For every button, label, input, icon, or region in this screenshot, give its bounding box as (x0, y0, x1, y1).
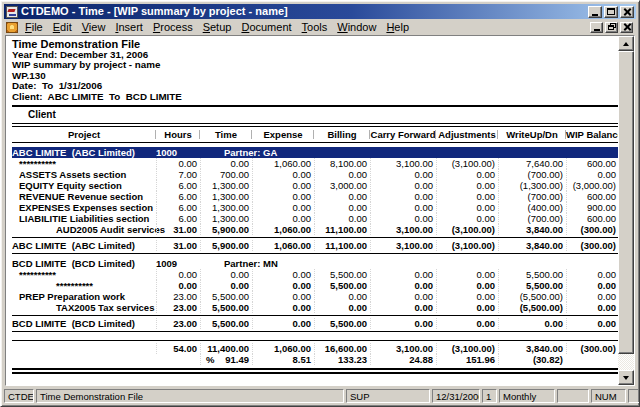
report-viewport: Time Demonstration File Year End: Decemb… (5, 35, 635, 386)
minimize-icon (594, 29, 600, 31)
window-title: CTDEMO - Time - [WIP summary by project … (21, 5, 588, 18)
cell: 0.00 (370, 202, 436, 213)
status-panel-0: CTDEMO (4, 389, 34, 403)
menu-view[interactable]: View (77, 21, 111, 34)
cell: 0.00 (252, 202, 314, 213)
close-icon (623, 23, 631, 31)
group-label: Client (12, 109, 618, 120)
document-window-icon[interactable] (6, 22, 18, 33)
divider-line (12, 237, 618, 238)
menu-edit[interactable]: Edit (48, 21, 77, 34)
client-header-row[interactable]: ABC LIMITE (ABC Limited)1000Partner: GA (12, 147, 618, 158)
cell: (5,500.00) (498, 302, 566, 313)
report-row[interactable]: EXPENSES Expenses section6.001,300.000.0… (12, 202, 618, 213)
cell: 11,100.00 (314, 224, 370, 235)
cell: 0.00 (370, 269, 436, 280)
maximize-button[interactable] (604, 6, 618, 18)
report-row[interactable]: EQUITY Equity section6.001,300.000.003,0… (12, 180, 618, 191)
report-row[interactable]: TAX2005 Tax services23.005,500.000.000.0… (12, 302, 618, 313)
client-header-row[interactable]: BCD LIMITE (BCD Limited)1009Partner: MN (12, 258, 618, 269)
minimize-button[interactable] (588, 6, 602, 18)
cell: (3,100.00) (436, 158, 498, 169)
cell: 5,500.00 (200, 291, 252, 302)
percent-symbol: % (206, 354, 214, 365)
cell: 600.00 (566, 191, 618, 202)
child-minimize-button[interactable] (590, 22, 603, 33)
report-row[interactable]: PREP Preparation work23.005,500.000.000.… (12, 291, 618, 302)
cell: 133.23 (314, 354, 370, 365)
cell: 6.00 (156, 180, 200, 191)
app-window: CTDEMO - Time - [WIP summary by project … (0, 0, 640, 407)
cell: 8,100.00 (314, 158, 370, 169)
menu-window[interactable]: Window (332, 21, 381, 34)
cell: 0.00 (314, 213, 370, 224)
cell: 0.00 (314, 291, 370, 302)
cell: 5,900.00 (200, 224, 252, 235)
cell: 23.00 (156, 291, 200, 302)
cell: (1,300.00) (498, 180, 566, 191)
cell: 0.00 (200, 280, 252, 291)
cell: (5,500.00) (498, 291, 566, 302)
cell: 600.00 (566, 213, 618, 224)
scroll-up-button[interactable] (618, 36, 634, 51)
client-partner: Partner: GA (224, 147, 277, 158)
cell: 5,500.00 (200, 302, 252, 313)
cell: 3,100.00 (370, 158, 436, 169)
menu-insert[interactable]: Insert (110, 21, 148, 34)
report-row[interactable]: AUD2005 Audit services31.005,900.001,060… (12, 224, 618, 235)
menu-document[interactable]: Document (236, 21, 296, 34)
cell: (3,100.00) (436, 224, 498, 235)
cell: 0.00 (436, 318, 498, 329)
scrollbar-thumb[interactable] (618, 51, 634, 354)
cell: 5,500.00 (200, 318, 252, 329)
report-row[interactable]: **********0.000.000.005,500.000.000.005,… (12, 280, 618, 291)
cell: 0.00 (200, 269, 252, 280)
cell: 1,300.00 (200, 180, 252, 191)
app-icon (6, 6, 18, 18)
report-row[interactable]: REVENUE Revenue section6.001,300.000.000… (12, 191, 618, 202)
maximize-icon (607, 8, 615, 15)
menu-bar: FileEditViewInsertProcessSetupDocumentTo… (4, 20, 636, 34)
cell: 54.00 (156, 343, 200, 354)
report-row[interactable]: ABC LIMITE (ABC Limited)31.005,900.001,0… (12, 240, 618, 251)
column-header-time: Time (200, 129, 252, 140)
cell: 0.00 (436, 202, 498, 213)
report-row[interactable]: %91.498.51133.2324.88151.96(30.82) (12, 354, 618, 365)
row-label: EXPENSES Expenses section (12, 202, 156, 213)
divider-line (12, 331, 618, 332)
report-row[interactable]: ASSETS Assets section7.00700.000.000.000… (12, 169, 618, 180)
menu-help[interactable]: Help (381, 21, 414, 34)
report-row[interactable]: 54.0011,400.001,060.0016,600.003,100.00(… (12, 343, 618, 354)
menu-items: FileEditViewInsertProcessSetupDocumentTo… (20, 21, 590, 34)
report-row[interactable]: LIABILITIE Liabilities section6.001,300.… (12, 213, 618, 224)
cell: (30.82) (498, 354, 566, 365)
scroll-down-button[interactable] (618, 370, 634, 385)
cell: 1,060.00 (252, 158, 314, 169)
column-header-wip-balance: WIP Balance (566, 129, 618, 140)
menu-setup[interactable]: Setup (198, 21, 237, 34)
report-row[interactable]: **********0.000.001,060.008,100.003,100.… (12, 158, 618, 169)
cell: 3,840.00 (498, 224, 566, 235)
row-label: ********** (12, 269, 156, 280)
menu-tools[interactable]: Tools (297, 21, 333, 34)
cell: 31.00 (156, 240, 200, 251)
child-restore-button[interactable] (605, 22, 618, 33)
child-close-button[interactable] (620, 22, 633, 33)
report-row[interactable]: BCD LIMITE (BCD Limited)23.005,500.000.0… (12, 318, 618, 329)
vertical-scrollbar[interactable] (618, 36, 634, 385)
close-button[interactable] (620, 6, 634, 18)
divider-line (12, 340, 618, 341)
cell: 0.00 (370, 180, 436, 191)
spacer (12, 334, 618, 338)
cell: 1,300.00 (200, 202, 252, 213)
client-name: ABC LIMITE (ABC Limited) (12, 147, 135, 158)
menu-file[interactable]: File (20, 21, 48, 34)
cell: 0.00 (252, 291, 314, 302)
status-panel-6 (557, 389, 589, 403)
divider (12, 142, 618, 143)
restore-icon (608, 25, 614, 30)
report-row[interactable]: **********0.000.000.005,500.000.000.005,… (12, 269, 618, 280)
menu-process[interactable]: Process (148, 21, 198, 34)
cell: 23.00 (156, 302, 200, 313)
cell: 0.00 (566, 318, 618, 329)
